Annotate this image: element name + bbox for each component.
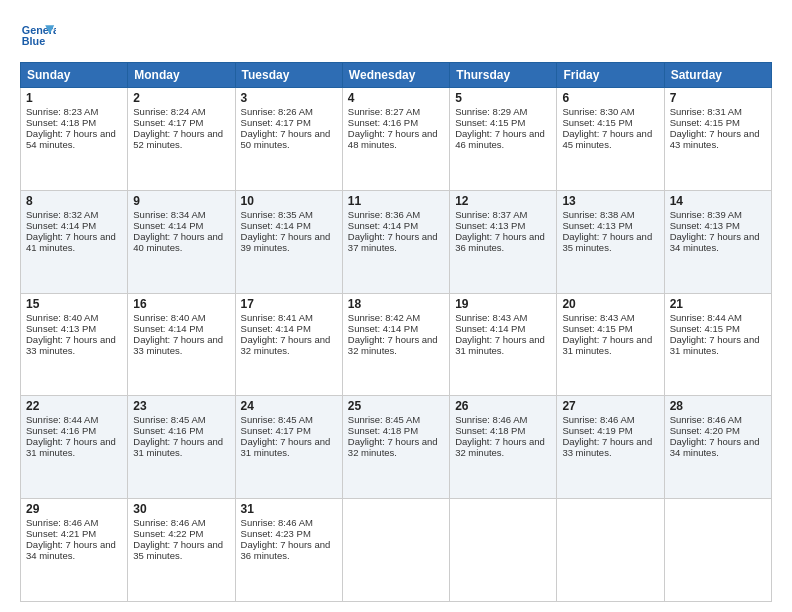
sunrise-text: Sunrise: 8:46 AM — [562, 414, 658, 425]
calendar-cell: 15Sunrise: 8:40 AMSunset: 4:13 PMDayligh… — [21, 293, 128, 396]
calendar-cell: 20Sunrise: 8:43 AMSunset: 4:15 PMDayligh… — [557, 293, 664, 396]
sunrise-text: Sunrise: 8:36 AM — [348, 209, 444, 220]
sunrise-text: Sunrise: 8:26 AM — [241, 106, 337, 117]
sunrise-text: Sunrise: 8:44 AM — [26, 414, 122, 425]
daylight-text: Daylight: 7 hours and 32 minutes. — [348, 334, 444, 356]
sunset-text: Sunset: 4:14 PM — [26, 220, 122, 231]
calendar: SundayMondayTuesdayWednesdayThursdayFrid… — [20, 62, 772, 602]
calendar-cell: 3Sunrise: 8:26 AMSunset: 4:17 PMDaylight… — [235, 88, 342, 191]
calendar-cell: 21Sunrise: 8:44 AMSunset: 4:15 PMDayligh… — [664, 293, 771, 396]
sunrise-text: Sunrise: 8:38 AM — [562, 209, 658, 220]
calendar-cell: 14Sunrise: 8:39 AMSunset: 4:13 PMDayligh… — [664, 190, 771, 293]
sunrise-text: Sunrise: 8:46 AM — [455, 414, 551, 425]
calendar-cell: 7Sunrise: 8:31 AMSunset: 4:15 PMDaylight… — [664, 88, 771, 191]
day-header: Tuesday — [235, 63, 342, 88]
day-number: 29 — [26, 502, 122, 516]
calendar-cell: 19Sunrise: 8:43 AMSunset: 4:14 PMDayligh… — [450, 293, 557, 396]
calendar-cell: 6Sunrise: 8:30 AMSunset: 4:15 PMDaylight… — [557, 88, 664, 191]
calendar-cell: 22Sunrise: 8:44 AMSunset: 4:16 PMDayligh… — [21, 396, 128, 499]
calendar-cell: 13Sunrise: 8:38 AMSunset: 4:13 PMDayligh… — [557, 190, 664, 293]
header: General Blue — [20, 18, 772, 54]
daylight-text: Daylight: 7 hours and 52 minutes. — [133, 128, 229, 150]
day-number: 21 — [670, 297, 766, 311]
sunset-text: Sunset: 4:23 PM — [241, 528, 337, 539]
calendar-cell: 12Sunrise: 8:37 AMSunset: 4:13 PMDayligh… — [450, 190, 557, 293]
sunrise-text: Sunrise: 8:31 AM — [670, 106, 766, 117]
sunrise-text: Sunrise: 8:46 AM — [133, 517, 229, 528]
sunset-text: Sunset: 4:14 PM — [348, 323, 444, 334]
day-number: 11 — [348, 194, 444, 208]
sunset-text: Sunset: 4:17 PM — [133, 117, 229, 128]
day-number: 9 — [133, 194, 229, 208]
sunset-text: Sunset: 4:14 PM — [133, 220, 229, 231]
calendar-cell: 27Sunrise: 8:46 AMSunset: 4:19 PMDayligh… — [557, 396, 664, 499]
daylight-text: Daylight: 7 hours and 50 minutes. — [241, 128, 337, 150]
sunset-text: Sunset: 4:14 PM — [455, 323, 551, 334]
sunset-text: Sunset: 4:15 PM — [670, 117, 766, 128]
sunset-text: Sunset: 4:17 PM — [241, 117, 337, 128]
day-number: 25 — [348, 399, 444, 413]
daylight-text: Daylight: 7 hours and 54 minutes. — [26, 128, 122, 150]
daylight-text: Daylight: 7 hours and 35 minutes. — [133, 539, 229, 561]
sunrise-text: Sunrise: 8:23 AM — [26, 106, 122, 117]
sunrise-text: Sunrise: 8:46 AM — [241, 517, 337, 528]
sunrise-text: Sunrise: 8:43 AM — [562, 312, 658, 323]
day-header: Thursday — [450, 63, 557, 88]
daylight-text: Daylight: 7 hours and 48 minutes. — [348, 128, 444, 150]
day-number: 17 — [241, 297, 337, 311]
day-number: 3 — [241, 91, 337, 105]
day-number: 13 — [562, 194, 658, 208]
day-number: 14 — [670, 194, 766, 208]
daylight-text: Daylight: 7 hours and 31 minutes. — [26, 436, 122, 458]
daylight-text: Daylight: 7 hours and 31 minutes. — [133, 436, 229, 458]
day-header: Sunday — [21, 63, 128, 88]
daylight-text: Daylight: 7 hours and 36 minutes. — [455, 231, 551, 253]
sunrise-text: Sunrise: 8:27 AM — [348, 106, 444, 117]
sunset-text: Sunset: 4:14 PM — [133, 323, 229, 334]
calendar-cell: 25Sunrise: 8:45 AMSunset: 4:18 PMDayligh… — [342, 396, 449, 499]
daylight-text: Daylight: 7 hours and 31 minutes. — [670, 334, 766, 356]
sunrise-text: Sunrise: 8:46 AM — [26, 517, 122, 528]
sunrise-text: Sunrise: 8:42 AM — [348, 312, 444, 323]
sunrise-text: Sunrise: 8:39 AM — [670, 209, 766, 220]
calendar-cell — [450, 499, 557, 602]
sunset-text: Sunset: 4:18 PM — [26, 117, 122, 128]
daylight-text: Daylight: 7 hours and 46 minutes. — [455, 128, 551, 150]
day-number: 1 — [26, 91, 122, 105]
daylight-text: Daylight: 7 hours and 34 minutes. — [670, 231, 766, 253]
day-number: 16 — [133, 297, 229, 311]
sunrise-text: Sunrise: 8:24 AM — [133, 106, 229, 117]
sunset-text: Sunset: 4:13 PM — [562, 220, 658, 231]
sunset-text: Sunset: 4:18 PM — [348, 425, 444, 436]
sunset-text: Sunset: 4:15 PM — [562, 117, 658, 128]
daylight-text: Daylight: 7 hours and 41 minutes. — [26, 231, 122, 253]
sunrise-text: Sunrise: 8:45 AM — [348, 414, 444, 425]
sunset-text: Sunset: 4:13 PM — [26, 323, 122, 334]
sunset-text: Sunset: 4:18 PM — [455, 425, 551, 436]
calendar-cell: 9Sunrise: 8:34 AMSunset: 4:14 PMDaylight… — [128, 190, 235, 293]
calendar-cell: 17Sunrise: 8:41 AMSunset: 4:14 PMDayligh… — [235, 293, 342, 396]
sunset-text: Sunset: 4:16 PM — [133, 425, 229, 436]
daylight-text: Daylight: 7 hours and 31 minutes. — [455, 334, 551, 356]
calendar-cell: 23Sunrise: 8:45 AMSunset: 4:16 PMDayligh… — [128, 396, 235, 499]
day-number: 19 — [455, 297, 551, 311]
sunset-text: Sunset: 4:16 PM — [26, 425, 122, 436]
logo-icon: General Blue — [20, 18, 56, 54]
day-number: 31 — [241, 502, 337, 516]
calendar-cell: 1Sunrise: 8:23 AMSunset: 4:18 PMDaylight… — [21, 88, 128, 191]
logo: General Blue — [20, 18, 56, 54]
day-number: 7 — [670, 91, 766, 105]
day-number: 26 — [455, 399, 551, 413]
calendar-cell: 2Sunrise: 8:24 AMSunset: 4:17 PMDaylight… — [128, 88, 235, 191]
sunset-text: Sunset: 4:21 PM — [26, 528, 122, 539]
day-number: 18 — [348, 297, 444, 311]
sunrise-text: Sunrise: 8:44 AM — [670, 312, 766, 323]
daylight-text: Daylight: 7 hours and 32 minutes. — [455, 436, 551, 458]
day-number: 4 — [348, 91, 444, 105]
day-number: 12 — [455, 194, 551, 208]
sunset-text: Sunset: 4:15 PM — [455, 117, 551, 128]
sunset-text: Sunset: 4:17 PM — [241, 425, 337, 436]
daylight-text: Daylight: 7 hours and 37 minutes. — [348, 231, 444, 253]
daylight-text: Daylight: 7 hours and 32 minutes. — [241, 334, 337, 356]
daylight-text: Daylight: 7 hours and 45 minutes. — [562, 128, 658, 150]
